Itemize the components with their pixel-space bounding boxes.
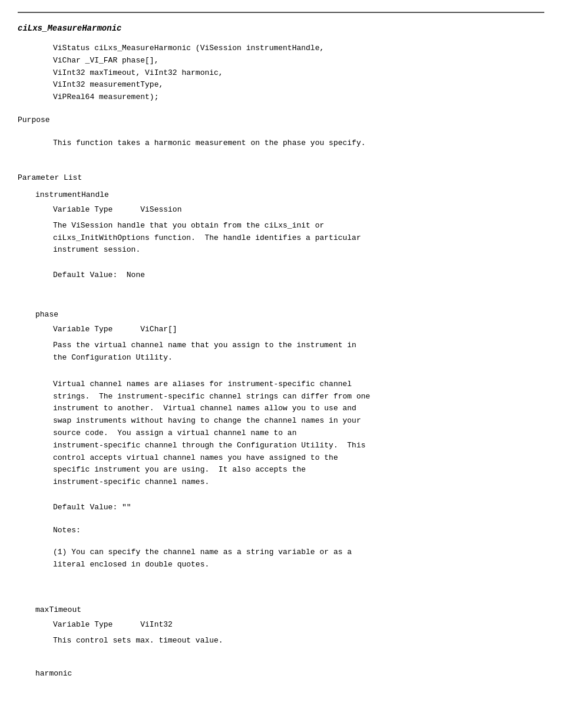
var-type-label-0: Variable Type (53, 205, 113, 214)
function-signature: ViStatus ciLxs_MeasureHarmonic (ViSessio… (53, 42, 544, 104)
param-name-maxTimeout: maxTimeout (35, 605, 544, 614)
desc-instrumentHandle: The ViSession handle that you obtain fro… (53, 220, 536, 256)
var-type-label-1: Variable Type (53, 325, 113, 334)
desc-phase-1: Pass the virtual channel name that you a… (53, 340, 536, 364)
function-title: ciLxs_MeasureHarmonic (18, 24, 544, 33)
var-type-phase: Variable Type ViChar[] (53, 325, 544, 334)
param-name-harmonic: harmonic (35, 669, 544, 678)
notes-label-phase: Notes: (53, 526, 544, 535)
var-type-maxTimeout: Variable Type ViInt32 (53, 620, 544, 629)
purpose-label: Purpose (18, 116, 544, 124)
sig-line4: ViInt32 measurementType, (53, 79, 544, 91)
desc-phase-2: Virtual channel names are aliases for in… (53, 378, 536, 489)
desc-maxTimeout: This control sets max. timeout value. (53, 635, 536, 647)
var-type-value-0: ViSession (140, 205, 181, 214)
param-name-instrumentHandle: instrumentHandle (35, 190, 544, 199)
top-divider (18, 12, 544, 13)
var-type-value-1: ViChar[] (140, 325, 177, 334)
sig-line1: ViStatus ciLxs_MeasureHarmonic (ViSessio… (53, 42, 544, 55)
default-phase: Default Value: "" (53, 503, 544, 512)
param-list-label: Parameter List (18, 173, 544, 182)
param-name-phase: phase (35, 310, 544, 319)
sig-line5: ViPReal64 measurement); (53, 91, 544, 104)
notes-text-phase: (1) You can specify the channel name as … (53, 546, 536, 571)
var-type-label-2: Variable Type (53, 620, 113, 629)
purpose-text: This function takes a harmonic measureme… (53, 137, 536, 150)
var-type-value-2: ViInt32 (140, 620, 173, 629)
default-instrumentHandle: Default Value: None (53, 271, 544, 279)
var-type-instrumentHandle: Variable Type ViSession (53, 205, 544, 214)
sig-line2: ViChar _VI_FAR phase[], (53, 55, 544, 67)
sig-line3: ViInt32 maxTimeout, ViInt32 harmonic, (53, 67, 544, 80)
